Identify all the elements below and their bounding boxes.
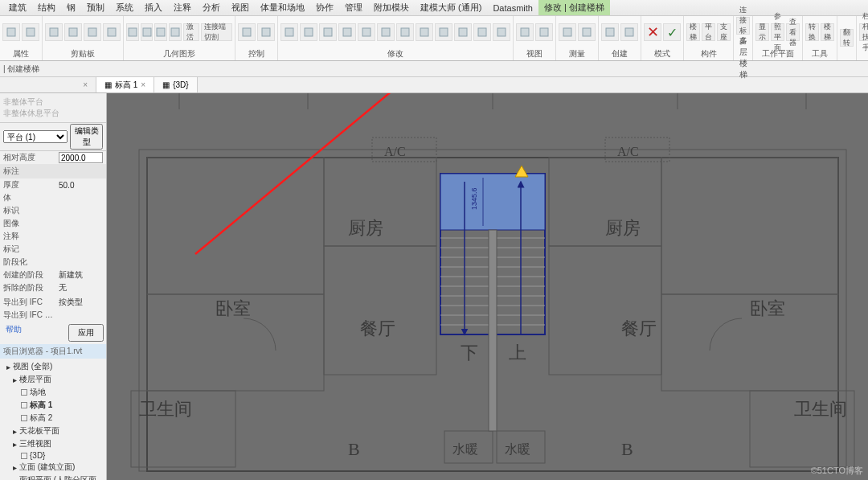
ribbon-btn-11-0[interactable]: 显示 [755,23,769,41]
ribbon-btn-2-0[interactable] [126,23,139,41]
ribbon-btn-4-5[interactable] [377,23,395,41]
help-link[interactable]: 帮助 [2,324,68,342]
tree-item-0[interactable]: ▸视图 (全部) [2,360,104,373]
prop-row-9[interactable]: 导出到 IFC按类型 [0,296,106,309]
ribbon-btn-0-1[interactable] [22,23,39,41]
ribbon-btn-1-0[interactable] [45,23,63,41]
tree-item-2[interactable]: 场地 [2,386,104,399]
checkbox-icon[interactable] [21,389,27,396]
ribbon-btn-1-1[interactable] [64,23,82,41]
ribbon-btn-4-6[interactable] [396,23,414,41]
ribbon-btn-4-2[interactable] [319,23,337,41]
ribbon-btn-4-1[interactable] [300,23,317,41]
prop-row-0[interactable]: 体 [0,191,106,204]
menu-12[interactable]: 附加模块 [368,0,415,15]
finish-mode-button[interactable]: ✓ [663,23,681,41]
drawing-canvas[interactable]: 1345.6 A/C A/C 厨房 厨房 卧室 卧室 餐厅 餐厅 卫生间 卫生间… [107,93,868,480]
prop-row-3[interactable]: 注释 [0,230,106,243]
ribbon-btn-2-5[interactable]: 连接端切割 [201,23,232,41]
ribbon-btn-4-9[interactable] [454,23,472,41]
ribbon-btn-13-0[interactable]: 翻转 [840,29,854,47]
menu-6[interactable]: 注释 [168,0,197,15]
prop-row-1[interactable]: 标识 [0,204,106,217]
checkbox-icon[interactable] [21,402,27,408]
menu-14[interactable]: Datasmith [487,2,538,14]
ribbon-btn-4-11[interactable] [493,23,510,41]
tree-item-3[interactable]: 标高 1 [2,399,104,412]
edit-type-button[interactable]: 编辑类型 [70,124,103,150]
ribbon-btn-9-2[interactable]: 支座 [717,23,731,41]
ribbon-btn-0-0[interactable] [2,23,20,41]
ribbon-btn-10-0[interactable]: 连接标高 [736,17,750,35]
menu-10[interactable]: 协作 [310,0,339,15]
view-tab-1[interactable]: ▦{3D} [154,77,197,92]
checkbox-icon[interactable] [21,453,27,459]
project-browser-tree[interactable]: ▸视图 (全部)▸楼层平面场地标高 1标高 2▸天花板平面▸三维视图{3D}▸立… [0,359,106,480]
ribbon-btn-2-1[interactable] [141,23,154,41]
menu-9[interactable]: 体量和场地 [255,0,310,15]
type-selector[interactable]: 平台 (1) [3,130,68,143]
ribbon-btn-2-4[interactable]: 激活 [183,23,199,41]
menu-5[interactable]: 插入 [139,0,168,15]
tree-item-6[interactable]: ▸三维视图 [2,437,104,450]
apply-button[interactable]: 应用 [68,324,104,342]
ribbon-btn-4-0[interactable] [280,23,298,41]
expand-icon[interactable]: ▸ [13,375,17,384]
ribbon-btn-5-0[interactable] [516,23,534,41]
ribbon-btn-14-0[interactable]: 栏杆扶手 [859,23,868,41]
ribbon-btn-11-2[interactable]: 查看器 [786,23,800,41]
ribbon-btn-2-2[interactable] [154,23,167,41]
menu-4[interactable]: 系统 [110,0,139,15]
ribbon-btn-6-0[interactable] [559,23,576,41]
ribbon-btn-2-3[interactable] [169,23,182,41]
tree-item-8[interactable]: ▸立面 (建筑立面) [2,461,104,474]
close-icon[interactable]: × [141,80,145,89]
tree-item-5[interactable]: ▸天花板平面 [2,425,104,437]
height-input[interactable] [59,152,103,163]
checkbox-icon[interactable] [21,415,27,421]
tree-item-9[interactable]: ▸面积平面 (人防分区面积) [2,474,104,480]
ribbon-btn-4-3[interactable] [338,23,356,41]
prop-row-4[interactable]: 标记 [0,243,106,256]
ribbon-btn-7-0[interactable] [601,23,619,41]
tree-item-4[interactable]: 标高 2 [2,412,104,425]
menu-11[interactable]: 管理 [339,0,368,15]
menu-8[interactable]: 视图 [226,0,255,15]
ribbon-btn-11-1[interactable]: 参照平面 [771,23,784,41]
prop-row-5[interactable]: 阶段化 [0,256,106,269]
ribbon-btn-4-8[interactable] [435,23,452,41]
ribbon-btn-12-1[interactable]: 楼梯 [821,23,834,41]
menu-3[interactable]: 预制 [81,0,110,15]
expand-icon[interactable]: ▸ [13,427,17,436]
menu-2[interactable]: 钢 [61,0,81,15]
menu-7[interactable]: 分析 [197,0,226,15]
prop-row-2[interactable]: 图像 [0,217,106,230]
view-tab-0[interactable]: ▦标高 1× [96,77,154,92]
prop-row-7[interactable]: 拆除的阶段无 [0,281,106,294]
expand-icon[interactable]: ▸ [13,440,17,449]
menu-1[interactable]: 结构 [32,0,61,15]
ribbon-btn-5-1[interactable] [535,23,553,41]
expand-icon[interactable]: ▸ [6,363,10,371]
ribbon-btn-3-1[interactable] [257,23,275,41]
ribbon-btn-4-7[interactable] [416,23,433,41]
cancel-mode-button[interactable]: ✕ [644,23,661,41]
ribbon-btn-9-0[interactable]: 楼梯 [686,23,700,41]
close-icon[interactable]: × [83,80,88,89]
tree-item-1[interactable]: ▸楼层平面 [2,373,104,386]
ribbon-btn-7-1[interactable] [620,23,638,41]
ribbon-btn-1-3[interactable] [103,23,121,41]
ribbon-btn-9-1[interactable]: 平台 [702,23,715,41]
ribbon-btn-6-1[interactable] [578,23,596,41]
ribbon-btn-1-2[interactable] [84,23,101,41]
menu-13[interactable]: 建模大师 (通用) [415,0,487,15]
expand-icon[interactable]: ▸ [13,463,17,472]
menu-15[interactable]: 修改 | 创建楼梯 [538,0,610,15]
ribbon-btn-3-0[interactable] [238,23,256,41]
prop-row-6[interactable]: 创建的阶段新建筑 [0,269,106,281]
menu-0[interactable]: 建筑 [3,0,32,15]
tree-item-7[interactable]: {3D} [2,450,104,461]
ribbon-btn-12-0[interactable]: 转换 [805,23,819,41]
ribbon-btn-4-10[interactable] [473,23,491,41]
prop-row-10[interactable]: 导出到 IFC … [0,309,106,322]
